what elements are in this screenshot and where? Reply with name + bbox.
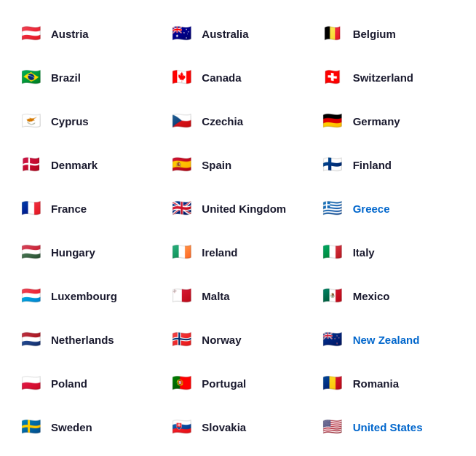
- country-item[interactable]: 🇧🇷Brazil: [12, 55, 162, 99]
- country-item[interactable]: 🇫🇮Finland: [314, 143, 464, 186]
- flag-icon: 🇳🇴: [168, 326, 194, 353]
- country-name: Slovakia: [202, 421, 246, 433]
- country-name: Sweden: [51, 421, 92, 433]
- country-name: Poland: [51, 377, 87, 390]
- country-item[interactable]: 🇱🇺Luxembourg: [12, 274, 162, 318]
- country-name: Switzerland: [353, 71, 413, 84]
- flag-icon: 🇧🇪: [320, 20, 346, 47]
- country-item[interactable]: 🇦🇹Austria: [12, 12, 162, 55]
- country-name: Belgium: [353, 28, 396, 40]
- country-item[interactable]: 🇵🇱Poland: [12, 361, 162, 405]
- country-name: Malta: [202, 290, 229, 302]
- country-item[interactable]: 🇮🇹Italy: [314, 230, 464, 274]
- country-item[interactable]: 🇸🇰Slovakia: [162, 405, 313, 449]
- country-item[interactable]: 🇨🇦Canada: [162, 55, 313, 99]
- country-name: Mexico: [353, 290, 390, 302]
- country-name: Luxembourg: [51, 290, 117, 302]
- flag-icon: 🇷🇴: [320, 370, 346, 396]
- flag-icon: 🇩🇰: [17, 152, 44, 178]
- country-name: United States: [353, 421, 423, 433]
- country-name: Italy: [353, 246, 375, 259]
- country-name: Greece: [353, 203, 390, 215]
- flag-icon: 🇦🇹: [17, 20, 44, 47]
- country-name: Hungary: [51, 246, 95, 259]
- flag-icon: 🇦🇺: [168, 20, 194, 47]
- flag-icon: 🇨🇿: [168, 108, 194, 134]
- country-item[interactable]: 🇷🇴Romania: [314, 361, 464, 405]
- flag-icon: 🇨🇦: [168, 64, 194, 90]
- country-item[interactable]: 🇬🇧United Kingdom: [162, 186, 313, 230]
- country-name: Portugal: [202, 377, 246, 390]
- flag-icon: 🇩🇪: [320, 108, 346, 134]
- country-name: Germany: [353, 115, 400, 127]
- country-name: Norway: [202, 334, 241, 346]
- flag-icon: 🇵🇱: [17, 370, 44, 396]
- country-item[interactable]: 🇩🇰Denmark: [12, 143, 162, 186]
- flag-icon: 🇨🇾: [17, 108, 44, 134]
- flag-icon: 🇬🇧: [168, 195, 194, 221]
- flag-icon: 🇫🇮: [320, 152, 346, 178]
- country-name: Canada: [202, 71, 241, 84]
- country-item[interactable]: 🇨🇿Czechia: [162, 99, 313, 143]
- country-name: France: [51, 203, 87, 215]
- country-name: Finland: [353, 159, 392, 171]
- country-name: Spain: [202, 159, 231, 171]
- country-item[interactable]: 🇨🇭Switzerland: [314, 55, 464, 99]
- flag-icon: 🇵🇹: [168, 370, 194, 396]
- flag-icon: 🇱🇺: [17, 283, 44, 309]
- country-item[interactable]: 🇪🇸Spain: [162, 143, 313, 186]
- country-name: Australia: [202, 28, 248, 40]
- flag-icon: 🇬🇷: [320, 195, 346, 221]
- country-item[interactable]: 🇬🇷Greece: [314, 186, 464, 230]
- country-name: Romania: [353, 377, 399, 390]
- country-item[interactable]: 🇲🇹Malta: [162, 274, 313, 318]
- flag-icon: 🇫🇷: [17, 195, 44, 221]
- flag-icon: 🇧🇷: [17, 64, 44, 90]
- country-item[interactable]: 🇧🇪Belgium: [314, 12, 464, 55]
- country-name: New Zealand: [353, 334, 420, 346]
- flag-icon: 🇺🇸: [320, 414, 346, 440]
- country-item[interactable]: 🇭🇺Hungary: [12, 230, 162, 274]
- country-name: Brazil: [51, 71, 81, 84]
- country-name: Austria: [51, 28, 89, 40]
- country-item[interactable]: 🇦🇺Australia: [162, 12, 313, 55]
- country-name: Netherlands: [51, 334, 114, 346]
- flag-icon: 🇮🇹: [320, 239, 346, 265]
- country-name: United Kingdom: [202, 203, 286, 215]
- flag-icon: 🇲🇹: [168, 283, 194, 309]
- flag-icon: 🇳🇿: [320, 326, 346, 353]
- country-item[interactable]: 🇳🇴Norway: [162, 318, 313, 361]
- country-item[interactable]: 🇸🇪Sweden: [12, 405, 162, 449]
- flag-icon: 🇸🇪: [17, 414, 44, 440]
- country-name: Denmark: [51, 159, 98, 171]
- country-item[interactable]: 🇳🇿New Zealand: [314, 318, 464, 361]
- country-item[interactable]: 🇳🇱Netherlands: [12, 318, 162, 361]
- flag-icon: 🇨🇭: [320, 64, 346, 90]
- country-item[interactable]: 🇩🇪Germany: [314, 99, 464, 143]
- country-item[interactable]: 🇺🇸United States: [314, 405, 464, 449]
- country-item[interactable]: 🇲🇽Mexico: [314, 274, 464, 318]
- flag-icon: 🇸🇰: [168, 414, 194, 440]
- country-grid: 🇦🇹Austria🇦🇺Australia🇧🇪Belgium🇧🇷Brazil🇨🇦C…: [12, 12, 464, 449]
- country-item[interactable]: 🇮🇪Ireland: [162, 230, 313, 274]
- flag-icon: 🇭🇺: [17, 239, 44, 265]
- country-item[interactable]: 🇨🇾Cyprus: [12, 99, 162, 143]
- country-name: Cyprus: [51, 115, 89, 127]
- country-name: Ireland: [202, 246, 237, 259]
- flag-icon: 🇳🇱: [17, 326, 44, 353]
- flag-icon: 🇪🇸: [168, 152, 194, 178]
- country-name: Czechia: [202, 115, 243, 127]
- country-item[interactable]: 🇵🇹Portugal: [162, 361, 313, 405]
- country-item[interactable]: 🇫🇷France: [12, 186, 162, 230]
- flag-icon: 🇲🇽: [320, 283, 346, 309]
- flag-icon: 🇮🇪: [168, 239, 194, 265]
